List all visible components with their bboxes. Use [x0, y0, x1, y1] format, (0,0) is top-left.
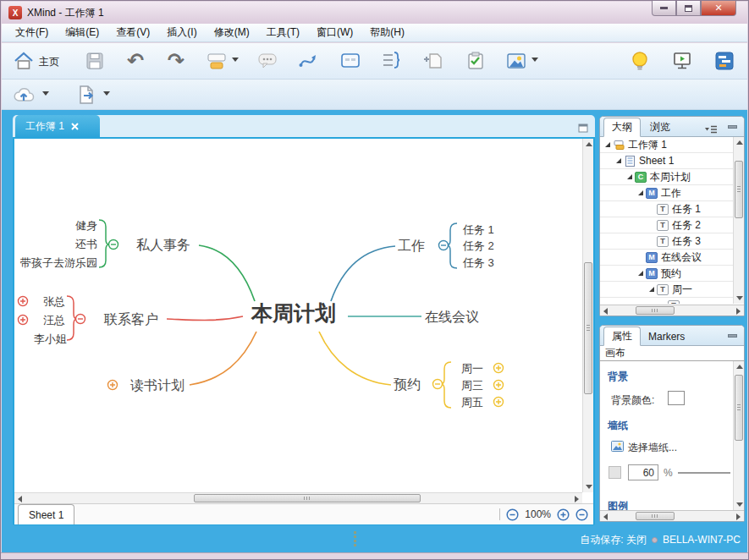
summary-icon[interactable]: [379, 49, 403, 73]
outline-vertical-scrollbar[interactable]: [733, 137, 744, 304]
tree-row-meeting[interactable]: M 在线会议: [600, 250, 744, 266]
expand-marker-zhang[interactable]: [19, 297, 28, 306]
scroll-up-icon[interactable]: [736, 140, 743, 145]
collapse-marker-work[interactable]: [439, 241, 449, 250]
props-hscroll-thumb[interactable]: [636, 512, 675, 520]
scroll-up-icon[interactable]: [586, 142, 592, 146]
subtopic-fitness[interactable]: 健身: [75, 219, 97, 232]
topic-contact[interactable]: 联系客户: [103, 311, 158, 327]
tree-row-work[interactable]: M 工作: [600, 185, 744, 201]
subtopic-monday[interactable]: 周一: [461, 362, 483, 375]
expand-arrow-icon[interactable]: [626, 173, 635, 181]
home-icon[interactable]: [12, 49, 36, 73]
menu-modify[interactable]: 修改(M): [206, 23, 258, 42]
tree-row-workbook[interactable]: 工作簿 1: [600, 137, 744, 153]
export-dropdown[interactable]: [103, 91, 110, 96]
mindmap-canvas[interactable]: 本周计划 私人事务 联系客户 读书计划 工作 在线会议 预约 健身 还书 带孩子…: [14, 139, 582, 492]
subtopic-task3[interactable]: 任务 3: [462, 256, 494, 269]
subtopic-li[interactable]: 李小姐: [34, 332, 67, 345]
expand-arrow-icon[interactable]: [615, 156, 624, 165]
expand-arrow-icon[interactable]: [637, 269, 646, 277]
canvas-horizontal-scrollbar[interactable]: [14, 492, 582, 503]
outline-vscroll-thumb[interactable]: [735, 161, 743, 218]
expand-marker-friday[interactable]: [494, 398, 504, 407]
wallpaper-color-swatch[interactable]: [609, 466, 621, 479]
topic-work[interactable]: 工作: [398, 239, 425, 253]
scroll-right-icon[interactable]: [736, 513, 741, 520]
collapse-marker-private[interactable]: [109, 240, 118, 250]
subtopic-wang[interactable]: 汪总: [43, 314, 65, 327]
tab-properties[interactable]: 属性: [603, 327, 641, 346]
zoom-in-icon[interactable]: [557, 508, 570, 521]
home-label[interactable]: 主页: [39, 55, 59, 69]
presentation-icon[interactable]: [670, 49, 694, 73]
tree-row-appointment[interactable]: M 预约: [600, 266, 744, 282]
canvas-hscroll-thumb[interactable]: [194, 494, 421, 502]
scroll-down-icon[interactable]: [736, 502, 743, 507]
scroll-left-icon[interactable]: [603, 308, 608, 315]
undo-icon[interactable]: ↶: [124, 49, 147, 73]
restore-button[interactable]: [676, 1, 701, 16]
props-vscroll-thumb[interactable]: [735, 375, 743, 441]
expand-marker-monday[interactable]: [494, 364, 504, 373]
subtopic-return-books[interactable]: 还书: [75, 238, 97, 250]
properties-horizontal-scrollbar[interactable]: [600, 510, 744, 521]
canvas-vertical-scrollbar[interactable]: [582, 139, 593, 492]
expand-marker-wang[interactable]: [19, 316, 28, 325]
central-topic[interactable]: 本周计划: [251, 301, 336, 325]
tree-row-task2[interactable]: T 任务 2: [600, 217, 744, 233]
choose-wallpaper-link[interactable]: 选择墙纸...: [628, 441, 677, 455]
subtopic-task1[interactable]: 任务 1: [462, 223, 494, 236]
save-icon[interactable]: [83, 49, 107, 73]
subtopic-zhang[interactable]: 张总: [43, 295, 65, 308]
maximize-editor-icon[interactable]: [578, 121, 588, 136]
expand-arrow-icon[interactable]: [604, 140, 613, 149]
expand-marker-reading[interactable]: [108, 381, 118, 390]
topic-reading[interactable]: 读书计划: [130, 378, 184, 393]
zoom-reset-icon[interactable]: [576, 508, 588, 521]
insert-topic-dropdown[interactable]: [232, 58, 239, 62]
expand-arrow-icon[interactable]: [637, 189, 646, 197]
close-button[interactable]: ✕: [701, 1, 736, 16]
cloud-upload-icon[interactable]: [12, 83, 36, 107]
scroll-down-icon[interactable]: [586, 485, 592, 489]
outline-horizontal-scrollbar[interactable]: [600, 305, 744, 316]
scroll-right-icon[interactable]: [575, 496, 579, 502]
idea-lightbulb-icon[interactable]: [628, 49, 652, 73]
menu-view[interactable]: 查看(V): [107, 23, 158, 42]
tree-row-monday[interactable]: T 周一: [600, 282, 744, 298]
image-icon[interactable]: [504, 49, 528, 73]
menu-tools[interactable]: 工具(T): [258, 23, 308, 42]
panel-menu-icon[interactable]: [703, 123, 719, 138]
canvas-vscroll-thumb[interactable]: [584, 262, 592, 394]
subtopic-wednesday[interactable]: 周三: [461, 379, 483, 392]
menu-help[interactable]: 帮助(H): [361, 23, 413, 42]
menu-window[interactable]: 窗口(W): [308, 23, 361, 42]
properties-vertical-scrollbar[interactable]: [733, 361, 744, 510]
cloud-dropdown[interactable]: [42, 91, 49, 96]
export-icon[interactable]: [74, 83, 98, 107]
menu-insert[interactable]: 插入(I): [158, 23, 205, 42]
scroll-up-icon[interactable]: [736, 365, 743, 369]
title-bar[interactable]: X XMind - 工作簿 1: [2, 2, 747, 24]
boundary-icon[interactable]: [339, 49, 362, 73]
scroll-down-icon[interactable]: [736, 296, 743, 300]
minimize-panel-icon[interactable]: [728, 125, 737, 129]
insert-topic-icon[interactable]: [205, 49, 229, 73]
menu-file[interactable]: 文件(F): [7, 23, 57, 42]
subtopic-task2[interactable]: 任务 2: [462, 239, 494, 252]
opacity-slider[interactable]: [678, 472, 730, 474]
mindmap-svg[interactable]: 本周计划 私人事务 联系客户 读书计划 工作 在线会议 预约 健身 还书 带孩子…: [14, 139, 576, 489]
tab-outline[interactable]: 大纲: [603, 118, 641, 137]
scroll-right-icon[interactable]: [736, 308, 741, 315]
opacity-input[interactable]: [628, 464, 658, 480]
redo-icon[interactable]: ↷: [164, 49, 188, 73]
zoom-out-icon[interactable]: [506, 508, 519, 521]
outline-hscroll-thumb[interactable]: [636, 306, 675, 315]
tab-close-icon[interactable]: [71, 123, 79, 130]
tree-row-task1[interactable]: T 任务 1: [600, 201, 744, 217]
tree-row-central[interactable]: C 本周计划: [600, 169, 744, 185]
background-color-swatch[interactable]: [668, 391, 685, 405]
statusbar-grip-icon[interactable]: [354, 531, 356, 534]
topic-private[interactable]: 私人事务: [136, 238, 190, 252]
